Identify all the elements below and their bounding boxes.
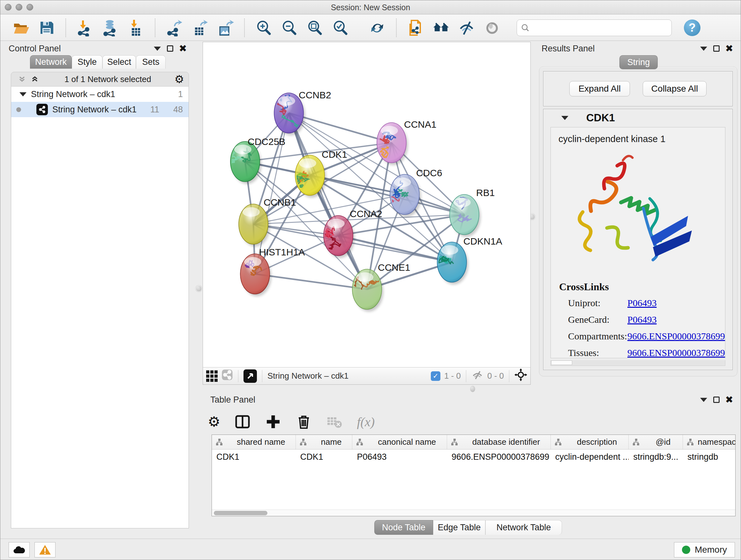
network-selection-status: 1 of 1 Network selected [41,74,175,84]
tab-string[interactable]: String [619,55,658,69]
toolbar-separator [65,18,66,37]
svg-text:HIST1H1A: HIST1H1A [259,247,305,257]
cell-id: stringdb:9... [629,449,683,464]
crosslink-uniprot-link[interactable]: P06493 [627,298,657,308]
crosslink-genecard-link[interactable]: P06493 [627,314,657,325]
svg-text:CCNB2: CCNB2 [299,90,331,100]
float-panel-icon[interactable] [697,394,710,405]
table-panel-title: Table Panel [210,395,255,405]
tab-node-table[interactable]: Node Table [374,520,433,535]
network-graph[interactable]: CCNB2CCNA1CDC25BCDK1CDC6RB1CCNB1CCNA2CDK… [203,42,530,367]
export-network-icon[interactable] [165,18,184,37]
network-collection-row[interactable]: String Network – cdk1 1 [11,86,189,102]
results-panel-title: Results Panel [542,44,595,54]
gene-section-expander-icon[interactable] [561,116,568,120]
expand-all-button[interactable]: Expand All [569,81,630,97]
hide-panels-eye-icon[interactable] [457,18,476,37]
maximize-panel-icon[interactable] [710,43,723,54]
grid-mode-icon[interactable] [206,370,218,382]
tab-sets[interactable]: Sets [136,55,165,69]
cloud-status-button[interactable] [9,542,30,557]
close-panel-icon[interactable]: ✖ [177,43,189,54]
warning-status-button[interactable] [35,542,56,557]
svg-text:CCNA2: CCNA2 [350,208,382,219]
cell-canonical-name: P06493 [352,449,447,464]
detached-view-icon[interactable] [221,369,233,383]
show-columns-icon[interactable] [234,414,251,430]
network-status-dot [16,107,21,112]
network-canvas[interactable]: CCNB2CCNA1CDC25BCDK1CDC6RB1CCNB1CCNA2CDK… [203,42,530,367]
help-button[interactable]: ? [684,19,700,36]
zoom-selected-icon[interactable] [331,18,349,37]
network-view-title: String Network – cdk1 [267,371,348,381]
selected-checkbox-icon[interactable]: ✓ [431,371,441,381]
import-table-icon[interactable] [127,18,145,37]
float-panel-icon[interactable] [697,43,710,54]
birdseye-view-icon[interactable] [244,369,257,383]
collapse-all-button[interactable]: Collapse All [643,81,706,97]
network-options-gear-icon[interactable]: ⚙ [175,74,184,84]
save-session-icon[interactable] [37,18,56,37]
zoom-fit-icon[interactable] [306,18,324,37]
import-network-file-icon[interactable] [76,18,94,37]
open-session-icon[interactable] [12,18,30,37]
memory-button[interactable]: Memory [674,542,735,557]
zoom-out-icon[interactable] [280,18,298,37]
search-input[interactable] [532,22,668,33]
float-panel-icon[interactable] [151,43,164,54]
export-table-icon[interactable] [191,18,209,37]
collapse-all-networks-icon[interactable] [16,74,28,84]
column-header-canonical-name[interactable]: canonical name [352,435,447,449]
column-header-namespace[interactable]: namespace [683,435,735,449]
tab-style[interactable]: Style [72,55,103,69]
apply-layout-icon[interactable] [368,18,387,37]
crosslink-compartments-link[interactable]: 9606.ENSP00000378699 [627,331,725,341]
tab-network-table[interactable]: Network Table [485,520,562,535]
window-title: Session: New Session [0,0,741,14]
column-header-id[interactable]: @id [629,435,683,449]
crosslinks-title: CrossLinks [551,273,725,295]
crosslink-label: Tissues: [568,348,627,358]
crosslink-row: Tissues: 9606.ENSP00000378699 [551,345,725,358]
column-header-name[interactable]: name [296,435,353,449]
control-panel-title: Control Panel [9,44,61,54]
collection-expander-icon[interactable] [19,92,26,97]
expand-all-networks-icon[interactable] [28,74,41,84]
tab-edge-table[interactable]: Edge Table [433,520,485,535]
cell-name: CDK1 [296,449,353,464]
home-icon[interactable] [432,18,450,37]
duplicate-network-icon[interactable] [406,18,425,37]
column-header-shared-name[interactable]: shared name [212,435,296,449]
results-horizontal-scrollbar[interactable] [550,360,725,366]
close-panel-icon[interactable]: ✖ [723,43,736,54]
tab-network[interactable]: Network [30,55,72,69]
crosslink-tissues-link[interactable]: 9606.ENSP00000378699 [627,348,725,358]
table-row[interactable]: CDK1 CDK1 P06493 9606.ENSP00000378699 cy… [212,449,735,464]
zoom-in-icon[interactable] [254,18,273,37]
column-type-icon [215,438,223,446]
cloud-icon [13,545,25,555]
edge-count: 48 [173,105,183,115]
maximize-panel-icon[interactable] [710,394,723,405]
results-panel: Results Panel ✖ String Expand All Collap… [536,41,741,382]
search-field[interactable] [517,19,672,36]
horizontal-splitter-handle[interactable] [470,386,475,392]
export-image-icon[interactable] [216,18,234,37]
import-network-database-icon[interactable] [101,18,120,37]
maximize-panel-icon[interactable] [164,43,177,54]
network-row[interactable]: String Network – cdk1 11 48 [11,102,189,117]
column-header-description[interactable]: description [551,435,629,449]
table-horizontal-scrollbar[interactable] [212,509,735,516]
left-splitter-handle[interactable] [196,286,202,292]
tab-select[interactable]: Select [103,55,136,69]
left-splitter[interactable] [195,41,203,385]
collection-count: 1 [178,89,183,99]
delete-column-icon[interactable] [295,414,312,430]
close-panel-icon[interactable]: ✖ [723,394,736,405]
horizontal-splitter[interactable] [195,385,741,393]
column-header-database-identifier[interactable]: database identifier [447,435,551,449]
add-column-icon[interactable] [265,414,281,430]
table-options-gear-icon[interactable]: ⚙ [208,415,220,429]
pan-tool-icon[interactable] [515,368,527,383]
column-type-icon [686,438,694,446]
